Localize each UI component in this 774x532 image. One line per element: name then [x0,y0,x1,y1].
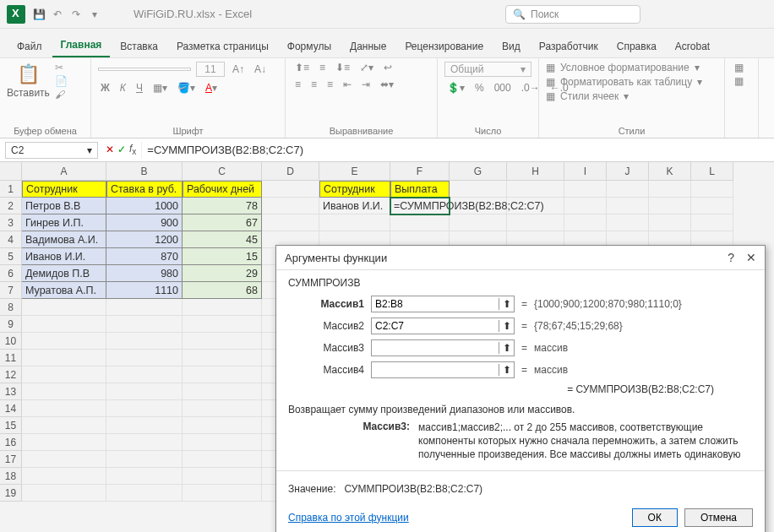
cell[interactable] [507,214,564,231]
wrap-text-icon[interactable]: ↩ [381,62,395,73]
cell[interactable] [22,299,106,316]
cell[interactable] [22,400,106,417]
cell[interactable] [22,468,106,485]
increase-font-icon[interactable]: A↑ [230,63,247,75]
save-icon[interactable]: 💾 [32,8,46,20]
font-color-icon[interactable]: A▾ [203,82,220,94]
cell[interactable]: Ставка в руб. [106,181,183,198]
cell[interactable]: Иванов И.И. [22,248,106,265]
accept-formula-icon[interactable]: ✓ [117,144,126,155]
cell[interactable]: Демидов П.В [22,265,106,282]
cell[interactable] [22,333,106,350]
collapse-dialog-icon[interactable]: ⬆ [499,364,514,376]
cell[interactable] [106,350,183,366]
cell[interactable]: Иванов И.И. [319,198,390,214]
row-header[interactable]: 2 [0,198,22,214]
align-left-icon[interactable]: ≡ [292,79,303,90]
more-icon[interactable]: ▦ [732,62,751,73]
cell[interactable] [106,468,183,485]
cell[interactable] [22,434,106,451]
borders-icon[interactable]: ▦▾ [150,82,170,94]
number-format-select[interactable]: Общий▾ [444,62,531,77]
row-header[interactable]: 3 [0,214,22,231]
row-header[interactable]: 8 [0,299,22,316]
undo-icon[interactable]: ↶ [51,8,64,20]
tab-acrobat[interactable]: Acrobat [667,35,718,57]
fx-icon[interactable]: fx [129,143,136,156]
align-center-icon[interactable]: ≡ [308,79,319,90]
cell[interactable] [507,181,564,198]
collapse-dialog-icon[interactable]: ⬆ [499,320,514,332]
cell[interactable] [183,451,262,468]
cell[interactable] [106,451,183,468]
cell[interactable] [649,214,691,231]
row-header[interactable]: 19 [0,485,22,502]
cell[interactable]: Петров В.В [22,198,106,214]
bold-button[interactable]: Ж [98,82,112,94]
row-header[interactable]: 11 [0,350,22,366]
row-header[interactable]: 18 [0,468,22,485]
cell[interactable] [22,383,106,400]
tab-view[interactable]: Вид [493,35,529,57]
ok-button[interactable]: ОК [632,508,678,527]
col-header[interactable]: L [691,162,733,181]
cell[interactable]: 68 [183,282,262,299]
cell[interactable] [450,214,507,231]
cell[interactable] [183,468,262,485]
row-header[interactable]: 7 [0,282,22,299]
fill-color-icon[interactable]: 🪣▾ [175,82,198,94]
cell[interactable] [183,366,262,383]
col-header[interactable]: B [106,162,183,181]
tab-file[interactable]: Файл [8,35,51,57]
cell[interactable] [691,214,733,231]
col-header[interactable]: H [507,162,564,181]
cell[interactable]: 1000 [106,198,183,214]
cell[interactable] [649,181,691,198]
align-top-icon[interactable]: ⬆≡ [292,62,312,73]
cell[interactable] [319,214,390,231]
cell[interactable] [183,299,262,316]
cell[interactable]: Рабочих дней [183,181,262,198]
cell[interactable] [607,214,649,231]
col-header[interactable]: K [649,162,691,181]
row-header[interactable]: 6 [0,265,22,282]
collapse-dialog-icon[interactable]: ⬆ [499,342,514,354]
cell-styles-button[interactable]: ▦Стили ячеек▾ [546,90,717,102]
cell[interactable] [106,333,183,350]
row-header[interactable]: 14 [0,400,22,417]
cell[interactable]: 1110 [106,282,183,299]
align-bottom-icon[interactable]: ⬇≡ [333,62,352,73]
cell[interactable]: 900 [106,214,183,231]
cell[interactable]: 67 [183,214,262,231]
qat-dropdown-icon[interactable]: ▾ [88,8,101,20]
cell[interactable] [22,485,106,502]
row-header[interactable]: 16 [0,434,22,451]
cell[interactable]: 980 [106,265,183,282]
redo-icon[interactable]: ↷ [69,8,83,20]
formula-bar[interactable]: =СУММПРОИЗВ(B2:B8;C2:C7) [141,142,774,158]
row-header[interactable]: 15 [0,417,22,434]
help-icon[interactable]: ? [728,251,734,264]
cell[interactable] [22,417,106,434]
col-header[interactable]: I [564,162,607,181]
cell[interactable] [691,198,733,214]
row-header[interactable]: 4 [0,231,22,248]
tab-formulas[interactable]: Формулы [279,35,340,57]
cell[interactable] [22,316,106,333]
percent-icon[interactable]: % [472,82,487,94]
col-header[interactable]: E [319,162,390,181]
select-all-corner[interactable] [0,162,22,181]
tab-page-layout[interactable]: Разметка страницы [168,35,277,57]
cell[interactable]: Гинрев И.П. [22,214,106,231]
cell[interactable] [183,485,262,502]
cell[interactable]: 1200 [106,231,183,248]
cell[interactable] [106,299,183,316]
cell[interactable] [649,198,691,214]
cell[interactable]: 29 [183,265,262,282]
collapse-dialog-icon[interactable]: ⬆ [499,298,514,310]
font-name-select[interactable] [98,68,191,71]
conditional-format-button[interactable]: ▦Условное форматирование▾ [546,62,717,73]
cell[interactable] [106,434,183,451]
col-header[interactable]: A [22,162,106,181]
close-icon[interactable]: ✕ [746,251,756,264]
